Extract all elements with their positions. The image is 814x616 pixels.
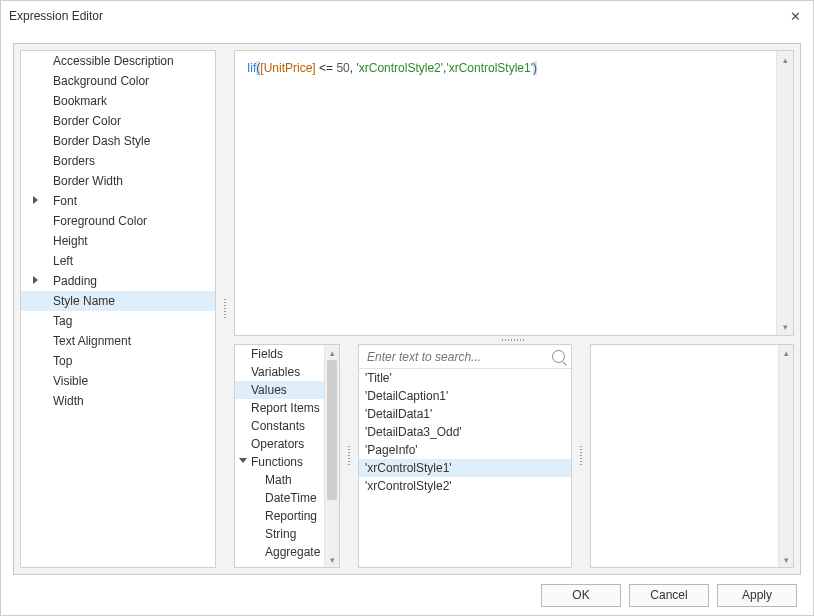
property-item[interactable]: Tag — [21, 311, 215, 331]
category-label: Reporting — [265, 509, 317, 523]
category-scrollbar[interactable]: ▴ ▾ — [324, 345, 339, 567]
value-item[interactable]: 'DetailData3_Odd' — [359, 423, 571, 441]
property-label: Width — [53, 394, 84, 408]
property-item[interactable]: Visible — [21, 371, 215, 391]
value-item[interactable]: 'xrControlStyle1' — [359, 459, 571, 477]
category-item[interactable]: String — [235, 525, 324, 543]
property-item[interactable]: Background Color — [21, 71, 215, 91]
property-label: Bookmark — [53, 94, 107, 108]
splitter-vertical-2[interactable] — [346, 344, 352, 568]
value-item[interactable]: 'Title' — [359, 369, 571, 387]
splitter-vertical-3[interactable] — [578, 344, 584, 568]
dialog-footer: OK Cancel Apply — [13, 575, 801, 615]
work-area: Accessible DescriptionBackground ColorBo… — [13, 43, 801, 575]
property-item[interactable]: Font — [21, 191, 215, 211]
expression-editor-window: Expression Editor ✕ Accessible Descripti… — [0, 0, 814, 616]
category-list[interactable]: FieldsVariablesValuesReport ItemsConstan… — [235, 345, 324, 567]
category-item[interactable]: Report Items — [235, 399, 324, 417]
expr-token: 'xrControlStyle2' — [356, 61, 443, 75]
property-item[interactable]: Accessible Description — [21, 51, 215, 71]
category-item[interactable]: Operators — [235, 435, 324, 453]
expand-down-icon[interactable] — [239, 458, 247, 463]
property-label: Top — [53, 354, 72, 368]
editor-scrollbar[interactable]: ▴ ▾ — [776, 51, 793, 335]
category-label: Constants — [251, 419, 305, 433]
category-item[interactable]: Reporting — [235, 507, 324, 525]
property-item[interactable]: Padding — [21, 271, 215, 291]
values-panel: 'Title''DetailCaption1''DetailData1''Det… — [358, 344, 572, 568]
expression-text[interactable]: Iif([UnitPrice] <= 50, 'xrControlStyle2'… — [235, 51, 776, 335]
property-item[interactable]: Border Width — [21, 171, 215, 191]
property-label: Tag — [53, 314, 72, 328]
category-label: String — [265, 527, 296, 541]
splitter-vertical[interactable] — [222, 50, 228, 568]
property-item[interactable]: Style Name — [21, 291, 215, 311]
category-label: Report Items — [251, 401, 320, 415]
property-item[interactable]: Borders — [21, 151, 215, 171]
property-item[interactable]: Left — [21, 251, 215, 271]
property-item[interactable]: Bookmark — [21, 91, 215, 111]
close-icon[interactable]: ✕ — [785, 9, 805, 24]
category-label: DateTime — [265, 491, 317, 505]
search-input[interactable] — [365, 349, 548, 365]
category-item[interactable]: DateTime — [235, 489, 324, 507]
property-list[interactable]: Accessible DescriptionBackground ColorBo… — [20, 50, 216, 568]
expr-token: Iif — [247, 61, 256, 75]
apply-button[interactable]: Apply — [717, 584, 797, 607]
property-item[interactable]: Border Color — [21, 111, 215, 131]
search-box[interactable] — [359, 345, 571, 369]
expand-icon[interactable] — [33, 196, 38, 204]
expression-editor-box[interactable]: Iif([UnitPrice] <= 50, 'xrControlStyle2'… — [234, 50, 794, 336]
scroll-up-icon[interactable]: ▴ — [779, 345, 793, 360]
category-label: Aggregate — [265, 545, 320, 559]
ok-button[interactable]: OK — [541, 584, 621, 607]
property-label: Font — [53, 194, 77, 208]
splitter-horizontal[interactable] — [234, 336, 794, 344]
property-label: Left — [53, 254, 73, 268]
property-label: Accessible Description — [53, 54, 174, 68]
category-label: Math — [265, 473, 292, 487]
property-label: Text Alignment — [53, 334, 131, 348]
category-item[interactable]: Aggregate — [235, 543, 324, 561]
property-label: Style Name — [53, 294, 115, 308]
expr-token: ) — [533, 61, 537, 75]
scroll-down-icon[interactable]: ▾ — [779, 552, 793, 567]
category-label: Variables — [251, 365, 300, 379]
expr-token: [UnitPrice] — [260, 61, 315, 75]
scroll-up-icon[interactable]: ▴ — [325, 345, 339, 360]
search-icon[interactable] — [552, 350, 565, 363]
expr-token: 'xrControlStyle1' — [446, 61, 533, 75]
property-label: Foreground Color — [53, 214, 147, 228]
expand-icon[interactable] — [33, 276, 38, 284]
property-label: Padding — [53, 274, 97, 288]
category-label: Operators — [251, 437, 304, 451]
category-label: Values — [251, 383, 287, 397]
property-item[interactable]: Width — [21, 391, 215, 411]
category-item[interactable]: Functions — [235, 453, 324, 471]
description-scrollbar[interactable]: ▴ ▾ — [778, 345, 793, 567]
scroll-down-icon[interactable]: ▾ — [325, 552, 339, 567]
bottom-row: FieldsVariablesValuesReport ItemsConstan… — [234, 344, 794, 568]
value-item[interactable]: 'DetailCaption1' — [359, 387, 571, 405]
category-item[interactable]: Variables — [235, 363, 324, 381]
value-item[interactable]: 'DetailData1' — [359, 405, 571, 423]
titlebar: Expression Editor ✕ — [1, 1, 813, 31]
property-item[interactable]: Text Alignment — [21, 331, 215, 351]
category-item[interactable]: Values — [235, 381, 324, 399]
description-panel: ▴ ▾ — [590, 344, 794, 568]
scroll-thumb[interactable] — [327, 360, 337, 500]
value-item[interactable]: 'xrControlStyle2' — [359, 477, 571, 495]
property-item[interactable]: Top — [21, 351, 215, 371]
category-item[interactable]: Fields — [235, 345, 324, 363]
category-item[interactable]: Math — [235, 471, 324, 489]
property-item[interactable]: Height — [21, 231, 215, 251]
scroll-up-icon[interactable]: ▴ — [777, 51, 793, 68]
value-item[interactable]: 'PageInfo' — [359, 441, 571, 459]
property-item[interactable]: Border Dash Style — [21, 131, 215, 151]
scroll-down-icon[interactable]: ▾ — [777, 318, 793, 335]
values-list[interactable]: 'Title''DetailCaption1''DetailData1''Det… — [359, 369, 571, 567]
category-item[interactable]: Constants — [235, 417, 324, 435]
window-title: Expression Editor — [9, 9, 785, 23]
cancel-button[interactable]: Cancel — [629, 584, 709, 607]
property-item[interactable]: Foreground Color — [21, 211, 215, 231]
